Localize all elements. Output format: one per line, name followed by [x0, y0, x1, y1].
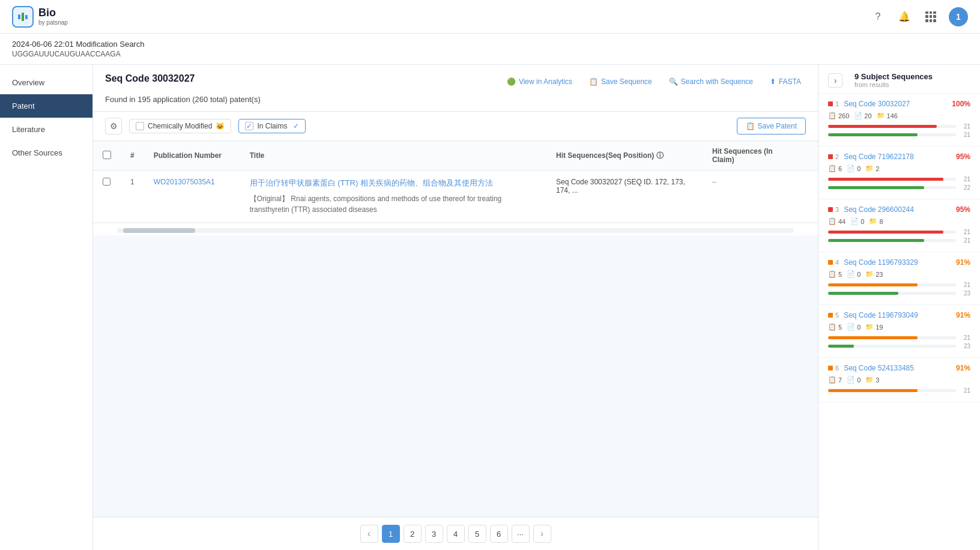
grid-menu-icon[interactable] — [922, 8, 939, 25]
file-icon-5: 📁 — [865, 323, 874, 331]
in-claims-label: In Claims — [257, 122, 287, 130]
doc-icon-1: 📄 — [854, 112, 862, 119]
copies-icon-5: 📋 — [828, 323, 836, 331]
stat-doc-6: 📄 0 — [847, 376, 861, 384]
sidebar-item-literature[interactable]: Literature — [0, 118, 92, 141]
title-zh-link[interactable]: 用于治疗转甲状腺素蛋白 (TTR) 相关疾病的药物、组合物及其使用方法 — [250, 178, 537, 189]
seq-name-link-6[interactable]: Seq Code 524133485 — [844, 364, 914, 372]
seq-pct-3: 95% — [956, 205, 970, 214]
stat-file-3: 📁 8 — [869, 217, 883, 225]
bar-fill-3-2 — [828, 239, 924, 242]
pagination-page-3[interactable]: 3 — [425, 525, 443, 543]
logo: Bio by patsnap — [12, 6, 68, 28]
row-pub-num-cell: WO2013075035A1 — [144, 171, 240, 223]
seq-name-link-3[interactable]: Seq Code 296600244 — [844, 205, 914, 214]
found-text: Found in 195 application (260 total) pat… — [105, 90, 806, 111]
in-claims-filter[interactable]: ✓ In Claims ✓ — [238, 119, 306, 133]
seq-num-5: 5 — [835, 312, 839, 319]
select-all-checkbox[interactable] — [103, 151, 111, 159]
info-icon[interactable]: ⓘ — [656, 151, 664, 160]
col-title: Title — [240, 141, 546, 171]
main-content: Seq Code 30032027 🟢 View in Analytics 📋 … — [93, 65, 818, 550]
chemically-modified-filter[interactable]: Chemically Modified 🐱 — [129, 119, 231, 133]
seq-name-link-4[interactable]: Seq Code 1196793329 — [844, 258, 918, 267]
stat-copies-4: 📋 5 — [828, 270, 842, 278]
search-with-sequence-btn[interactable]: 🔍 Search with Sequence — [664, 75, 758, 88]
logo-bio-text: Bio — [38, 7, 68, 20]
doc-icon-5: 📄 — [847, 323, 855, 331]
pagination-page-5[interactable]: 5 — [468, 525, 486, 543]
stat-doc-5: 📄 0 — [847, 323, 861, 331]
seq-name-link-1[interactable]: Seq Code 30032027 — [844, 100, 910, 108]
bar-label-2-1: 21 — [960, 176, 970, 183]
save-seq-label: Save Sequence — [601, 77, 652, 86]
expand-panel-btn[interactable]: › — [828, 73, 842, 88]
bar-label-4-2: 23 — [960, 290, 970, 297]
doc-icon-2: 📄 — [847, 165, 855, 172]
copies-icon-1: 📋 — [828, 112, 836, 119]
view-analytics-btn[interactable]: 🟢 View in Analytics — [502, 75, 577, 88]
pagination-prev[interactable]: ‹ — [360, 525, 378, 543]
row-checkbox[interactable] — [103, 178, 110, 186]
help-icon[interactable]: ? — [870, 8, 886, 25]
pagination-page-2[interactable]: 2 — [404, 525, 422, 543]
sidebar-item-patent[interactable]: Patent — [0, 94, 92, 118]
search-seq-icon: 🔍 — [669, 77, 678, 86]
action-buttons: 🟢 View in Analytics 📋 Save Sequence 🔍 Se… — [502, 75, 806, 88]
notification-icon[interactable]: 🔔 — [896, 8, 913, 25]
bar-track-3-1 — [828, 231, 956, 234]
bar-label-1-2: 21 — [960, 131, 970, 138]
scrollbar-thumb[interactable] — [123, 228, 195, 233]
save-seq-icon: 📋 — [589, 77, 598, 86]
bar-label-2-2: 22 — [960, 184, 970, 191]
save-patent-btn[interactable]: 📋 Save Patent — [737, 118, 806, 134]
filter-gear-btn[interactable]: ⚙ — [105, 118, 122, 134]
seq-badge-1 — [828, 101, 833, 106]
seq-badge-5 — [828, 313, 833, 318]
save-patent-icon: 📋 — [746, 122, 755, 130]
in-claims-checkbox[interactable]: ✓ — [245, 122, 253, 130]
pagination-page-4[interactable]: 4 — [447, 525, 465, 543]
sidebar-item-other-sources[interactable]: Other Sources — [0, 141, 92, 165]
bar-fill-2-2 — [828, 186, 924, 189]
file-icon-4: 📁 — [865, 270, 874, 278]
seq-name-link-5[interactable]: Seq Code 1196793049 — [844, 311, 918, 319]
publication-number-link[interactable]: WO2013075035A1 — [154, 178, 231, 186]
fasta-btn[interactable]: ⬆ FASTA — [765, 75, 806, 88]
seq-pct-4: 91% — [956, 258, 970, 267]
seq-item-4: 4 Seq Code 1196793329 91% 📋 5 📄 0 📁 23 2… — [818, 252, 980, 305]
stat-doc-1: 📄 20 — [854, 112, 871, 119]
bar-label-3-1: 21 — [960, 229, 970, 235]
svg-rect-2 — [25, 15, 28, 19]
row-scroll-cell — [799, 171, 818, 223]
panel-title: 9 Subject Sequences — [854, 72, 933, 81]
seq-num-6: 6 — [835, 364, 839, 372]
seq-name-link-2[interactable]: Seq Code 719622178 — [844, 153, 914, 161]
bar-track-4-2 — [828, 292, 956, 295]
bar-track-5-1 — [828, 336, 956, 339]
seq-num-1: 1 — [835, 100, 839, 107]
right-panel: › 9 Subject Sequences from results 1 Seq… — [818, 65, 980, 550]
sidebar-item-overview[interactable]: Overview — [0, 71, 92, 94]
stat-file-1: 📁 146 — [877, 112, 898, 119]
horizontal-scrollbar[interactable] — [117, 228, 794, 233]
content-header: Seq Code 30032027 🟢 View in Analytics 📋 … — [93, 65, 818, 112]
pagination-next[interactable]: › — [533, 525, 551, 543]
stat-copies-6: 📋 7 — [828, 376, 842, 384]
pagination: ‹ 1 2 3 4 5 6 ··· › — [93, 517, 818, 550]
pagination-ellipsis: ··· — [512, 525, 530, 543]
stat-file-6: 📁 3 — [865, 376, 879, 384]
search-seq-label: Search with Sequence — [681, 77, 753, 86]
chemically-modified-checkbox[interactable] — [136, 122, 144, 130]
save-sequence-btn[interactable]: 📋 Save Sequence — [584, 75, 657, 88]
col-scroll — [799, 141, 818, 171]
user-avatar[interactable]: 1 — [949, 7, 968, 26]
check-mark-icon: ✓ — [246, 122, 252, 130]
bar-label-3-2: 21 — [960, 237, 970, 244]
file-icon-1: 📁 — [877, 112, 885, 119]
bar-fill-4-2 — [828, 292, 898, 295]
pagination-page-6[interactable]: 6 — [490, 525, 508, 543]
seq-item-6: 6 Seq Code 524133485 91% 📋 7 📄 0 📁 3 21 — [818, 358, 980, 402]
pagination-page-1[interactable]: 1 — [382, 525, 400, 543]
copies-icon-3: 📋 — [828, 217, 836, 225]
